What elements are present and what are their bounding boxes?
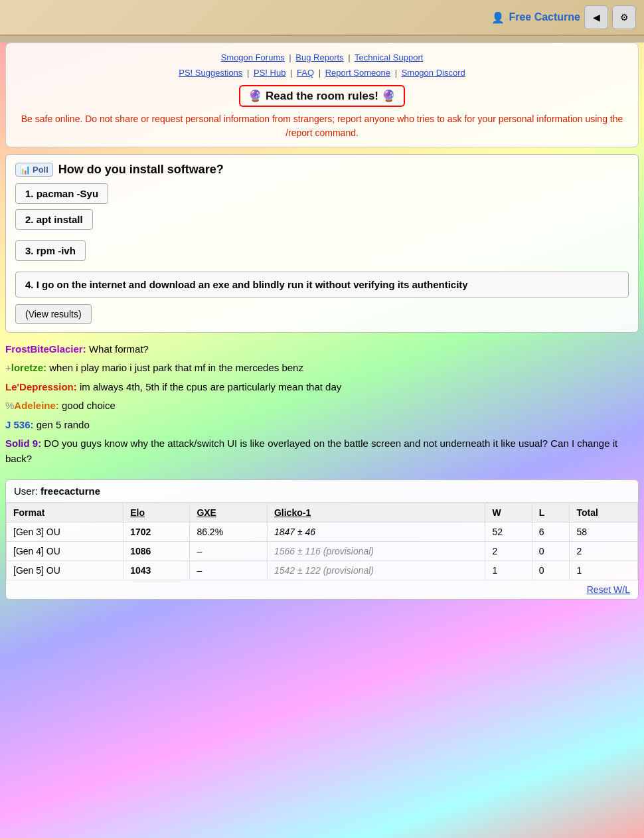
poll-options: 1. pacman -Syu 2. apt install 3. rpm -iv… <box>15 183 629 297</box>
table-row: [Gen 5] OU 1043 – 1542 ± 122 (provisiona… <box>7 561 638 580</box>
table-row: [Gen 4] OU 1086 – 1566 ± 116 (provisiona… <box>7 542 638 561</box>
col-format: Format <box>7 503 123 523</box>
poll-icon: 📊 <box>20 165 31 175</box>
stats-table-head: Format Elo GXE Glicko-1 W L Total <box>7 503 638 523</box>
poll-question: How do you install software? <box>58 163 224 177</box>
settings-button[interactable]: ⚙ <box>612 5 636 29</box>
chat-username-3: Le'Depression: <box>5 381 77 392</box>
sound-button[interactable]: ◀ <box>584 5 608 29</box>
stats-table: Format Elo GXE Glicko-1 W L Total [Gen 3… <box>6 503 638 580</box>
link-ps-suggestions[interactable]: PS! Suggestions <box>179 68 242 78</box>
cell-gxe-3: – <box>190 561 268 580</box>
cell-format-2: [Gen 4] OU <box>7 542 123 561</box>
chat-message-5: gen 5 rando <box>37 419 90 430</box>
link-ps-hub[interactable]: PS! Hub <box>254 68 285 78</box>
poll-option-3[interactable]: 3. rpm -ivh <box>15 240 629 266</box>
chat-line-5: J 536: gen 5 rando <box>5 418 639 433</box>
stats-username: freecacturne <box>40 485 100 497</box>
cell-w-1: 52 <box>485 523 532 542</box>
chat-message-3: im always 4th, 5th if the cpus are parti… <box>80 381 341 392</box>
stats-header: User: freecacturne <box>6 480 638 503</box>
stats-user-label: User: <box>14 485 40 497</box>
poll-option-1[interactable]: 1. pacman -Syu <box>15 183 629 209</box>
poll-option-btn-4[interactable]: 4. I go on the internet and download an … <box>15 272 629 297</box>
cell-glicko-1: 1847 ± 46 <box>267 523 485 542</box>
chat-username-4: Adeleine: <box>14 400 59 411</box>
chat-message-2: when i play mario i just park that mf in… <box>49 362 303 373</box>
view-results-button[interactable]: (View results) <box>15 304 92 324</box>
col-l: L <box>532 503 570 523</box>
chat-line-3: Le'Depression: im always 4th, 5th if the… <box>5 380 639 395</box>
chat-line-4: %Adeleine: good choice <box>5 398 639 414</box>
cell-format-3: [Gen 5] OU <box>7 561 123 580</box>
poll-box: 📊 Poll How do you install software? 1. p… <box>5 154 639 333</box>
reset-wl-link[interactable]: Reset W/L <box>6 580 638 599</box>
col-glicko: Glicko-1 <box>267 503 485 523</box>
sep1: | <box>289 52 291 62</box>
link-technical-support[interactable]: Technical Support <box>355 52 423 62</box>
chat-line-6: Solid 9: DO you guys know why the attack… <box>5 436 639 466</box>
cell-elo-1: 1702 <box>123 523 190 542</box>
notice-links: Smogon Forums | Bug Reports | Technical … <box>15 50 629 81</box>
poll-badge: 📊 Poll <box>15 163 53 177</box>
sep6: | <box>395 68 397 78</box>
cell-glicko-2: 1566 ± 116 (provisional) <box>267 542 485 561</box>
cell-l-2: 0 <box>532 542 570 561</box>
cell-w-2: 2 <box>485 542 532 561</box>
poll-option-btn-2[interactable]: 2. apt install <box>15 209 93 230</box>
chat-message-4: good choice <box>62 400 116 411</box>
cell-format-1: [Gen 3] OU <box>7 523 123 542</box>
cell-gxe-2: – <box>190 542 268 561</box>
chat-username-1: FrostBiteGlacier: <box>5 343 86 355</box>
col-gxe: GXE <box>190 503 268 523</box>
poll-option-btn-1[interactable]: 1. pacman -Syu <box>15 183 108 204</box>
sep4: | <box>290 68 292 78</box>
room-rules-badge[interactable]: 🔮 Read the room rules! 🔮 <box>239 85 404 107</box>
main-area: Smogon Forums | Bug Reports | Technical … <box>0 42 644 838</box>
chat-username-5: J 536: <box>5 419 34 430</box>
notice-box: Smogon Forums | Bug Reports | Technical … <box>5 42 639 147</box>
header-username: Free Cacturne <box>509 11 580 23</box>
chat-line-1: FrostBiteGlacier: What format? <box>5 342 639 357</box>
sep3: | <box>247 68 249 78</box>
sep5: | <box>319 68 321 78</box>
cell-total-1: 58 <box>570 523 638 542</box>
cell-l-3: 0 <box>532 561 570 580</box>
col-total: Total <box>570 503 638 523</box>
user-icon: 👤 <box>491 11 505 24</box>
chat-message-1: What format? <box>89 343 149 355</box>
cell-elo-2: 1086 <box>123 542 190 561</box>
cell-glicko-3: 1542 ± 122 (provisional) <box>267 561 485 580</box>
stats-table-body: [Gen 3] OU 1702 86.2% 1847 ± 46 52 6 58 … <box>7 523 638 580</box>
link-faq[interactable]: FAQ <box>297 68 314 78</box>
stats-box: User: freecacturne Format Elo GXE Glicko… <box>5 479 639 600</box>
rank-symbol-2: + <box>5 362 11 373</box>
cell-total-3: 1 <box>570 561 638 580</box>
table-row: [Gen 3] OU 1702 86.2% 1847 ± 46 52 6 58 <box>7 523 638 542</box>
poll-option-2[interactable]: 2. apt install <box>15 209 629 235</box>
poll-badge-label: Poll <box>33 165 48 175</box>
chat-username-2: loretze: <box>11 362 46 373</box>
chat-area: FrostBiteGlacier: What format? +loretze:… <box>0 338 644 475</box>
chat-username-6: Solid 9: <box>5 438 41 449</box>
link-report-someone[interactable]: Report Someone <box>325 68 390 78</box>
stats-header-row: Format Elo GXE Glicko-1 W L Total <box>7 503 638 523</box>
poll-option-btn-3[interactable]: 3. rpm -ivh <box>15 240 86 261</box>
chat-line-2: +loretze: when i play mario i just park … <box>5 361 639 376</box>
poll-title: 📊 Poll How do you install software? <box>15 163 629 177</box>
cell-l-1: 6 <box>532 523 570 542</box>
link-bug-reports[interactable]: Bug Reports <box>295 52 343 62</box>
chat-message-6: DO you guys know why the attack/switch U… <box>5 438 617 464</box>
cell-total-2: 2 <box>570 542 638 561</box>
col-w: W <box>485 503 532 523</box>
header-bar: 👤 Free Cacturne ◀ ⚙ <box>0 0 644 36</box>
col-elo: Elo <box>123 503 190 523</box>
link-smogon-forums[interactable]: Smogon Forums <box>221 52 285 62</box>
cell-w-3: 1 <box>485 561 532 580</box>
sep2: | <box>348 52 350 62</box>
rank-symbol-4: % <box>5 400 14 411</box>
link-smogon-discord[interactable]: Smogon Discord <box>402 68 465 78</box>
cell-gxe-1: 86.2% <box>190 523 268 542</box>
safety-notice: Be safe online. Do not share or request … <box>15 112 629 140</box>
cell-elo-3: 1043 <box>123 561 190 580</box>
